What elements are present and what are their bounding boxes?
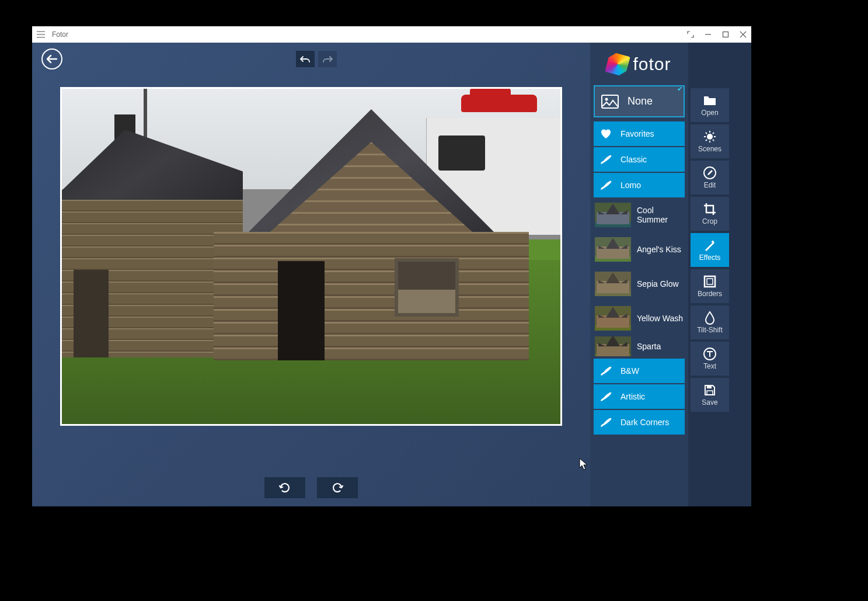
folder-icon — [703, 94, 717, 107]
save-icon — [703, 384, 716, 397]
cool-summer-label: Cool Summer — [635, 206, 685, 224]
window-title: Fotor — [52, 30, 687, 39]
heart-icon — [594, 128, 618, 139]
border-icon — [703, 275, 717, 288]
effect-preset-sparta[interactable]: Sparta — [594, 336, 685, 356]
dark-corners-label: Dark Corners — [618, 418, 685, 427]
effect-none[interactable]: ✔ None — [594, 85, 685, 117]
logo: fotor — [594, 47, 685, 81]
top-toolbar — [32, 43, 590, 75]
tool-open[interactable]: Open — [691, 88, 729, 122]
picture-icon — [595, 95, 625, 109]
brush-icon — [594, 154, 618, 165]
bw-label: B&W — [618, 366, 685, 376]
effect-category-artistic[interactable]: Artistic — [594, 384, 685, 409]
yellow-wash-label: Yellow Wash — [635, 314, 685, 323]
favorites-label: Favorites — [618, 129, 685, 138]
app-window: Fotor — [32, 26, 751, 506]
tool-crop[interactable]: Crop — [691, 197, 729, 231]
minimize-icon[interactable] — [705, 31, 712, 38]
scenes-label: Scenes — [698, 145, 721, 153]
lomo-label: Lomo — [618, 180, 685, 190]
effect-category-bw[interactable]: B&W — [594, 359, 685, 383]
effect-category-classic[interactable]: Classic — [594, 147, 685, 172]
image-canvas[interactable] — [60, 87, 562, 426]
rotate-right-button[interactable] — [317, 477, 358, 498]
crop-icon — [703, 203, 717, 216]
drop-icon — [704, 311, 716, 324]
tilt-shift-label: Tilt-Shift — [697, 326, 723, 334]
effect-preset-sepia-glow[interactable]: Sepia Glow — [594, 268, 685, 300]
maximize-icon[interactable] — [722, 31, 729, 38]
canvas-container — [32, 75, 590, 469]
pencil-circle-icon — [703, 166, 717, 179]
tool-tilt-shift[interactable]: Tilt-Shift — [691, 305, 729, 339]
angels-kiss-label: Angel's Kiss — [635, 245, 685, 254]
preset-thumb — [595, 272, 631, 296]
wand-icon — [703, 239, 717, 252]
preset-thumb — [595, 203, 631, 227]
app-body: fotor ✔ None Favorites — [32, 43, 751, 506]
open-label: Open — [701, 109, 718, 117]
effect-preset-cool-summer[interactable]: Cool Summer — [594, 199, 685, 231]
effect-category-favorites[interactable]: Favorites — [594, 121, 685, 146]
sun-icon — [703, 130, 717, 143]
svg-rect-9 — [707, 391, 713, 395]
preset-thumb — [595, 237, 631, 262]
svg-point-3 — [707, 134, 713, 140]
editor-area — [32, 43, 590, 506]
borders-label: Borders — [698, 290, 722, 298]
tool-edit[interactable]: Edit — [691, 161, 729, 194]
tool-scenes[interactable]: Scenes — [691, 124, 729, 158]
svg-rect-8 — [707, 385, 712, 388]
edit-label: Edit — [704, 181, 716, 189]
classic-label: Classic — [618, 155, 685, 164]
preset-thumb — [595, 306, 631, 331]
artistic-label: Artistic — [618, 392, 685, 401]
effect-preset-yellow-wash[interactable]: Yellow Wash — [594, 302, 685, 334]
redo-button[interactable] — [318, 51, 337, 67]
effect-category-dark-corners[interactable]: Dark Corners — [594, 410, 685, 435]
effect-preset-angels-kiss[interactable]: Angel's Kiss — [594, 233, 685, 265]
tool-text[interactable]: Text — [691, 342, 729, 376]
svg-rect-0 — [723, 32, 728, 37]
tool-save[interactable]: Save — [691, 378, 729, 412]
sparta-label: Sparta — [635, 342, 685, 351]
tool-rail: Open Scenes Edit Crop Effects — [688, 43, 731, 506]
titlebar: Fotor — [32, 26, 751, 43]
svg-rect-5 — [705, 276, 715, 287]
brush-icon — [594, 391, 618, 402]
close-icon[interactable] — [740, 31, 747, 38]
brush-icon — [594, 180, 618, 190]
effect-category-lomo[interactable]: Lomo — [594, 173, 685, 197]
tool-effects[interactable]: Effects — [691, 233, 729, 267]
right-panels: fotor ✔ None Favorites — [590, 43, 751, 506]
svg-point-2 — [605, 98, 608, 100]
logo-text: fotor — [633, 54, 671, 74]
save-label: Save — [702, 398, 717, 407]
undo-button[interactable] — [296, 51, 315, 67]
preset-thumb — [595, 336, 631, 356]
bottom-toolbar — [32, 469, 590, 506]
effect-none-label: None — [625, 95, 684, 107]
sepia-glow-label: Sepia Glow — [635, 279, 685, 289]
rotate-left-button[interactable] — [264, 477, 305, 498]
svg-rect-6 — [707, 279, 713, 284]
text-label: Text — [703, 362, 716, 370]
check-icon: ✔ — [677, 85, 682, 93]
tool-borders[interactable]: Borders — [691, 269, 729, 303]
brush-icon — [594, 366, 618, 376]
expand-icon[interactable] — [687, 31, 694, 38]
effects-label: Effects — [699, 253, 720, 262]
back-button[interactable] — [41, 48, 62, 70]
text-icon — [703, 348, 717, 360]
hamburger-menu-icon[interactable] — [37, 31, 45, 38]
brush-icon — [594, 417, 618, 428]
svg-rect-1 — [602, 95, 618, 108]
crop-label: Crop — [702, 217, 717, 225]
fotor-logo-icon — [605, 51, 630, 77]
effects-list: fotor ✔ None Favorites — [590, 43, 688, 506]
